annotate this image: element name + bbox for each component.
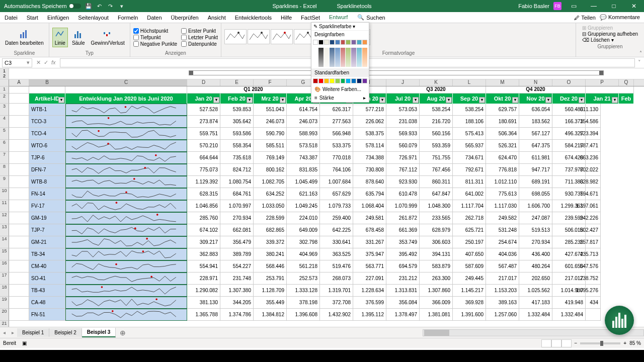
cell-value[interactable]: 802.022 [586, 164, 601, 176]
select-all-corner[interactable] [0, 79, 9, 86]
cell-value[interactable]: 330.641 [320, 236, 353, 248]
cell-value[interactable]: 436.400 [519, 248, 552, 260]
cell-value[interactable]: 231.038 [386, 116, 420, 128]
color-swatch[interactable] [351, 78, 356, 83]
color-swatch[interactable] [313, 40, 318, 45]
cell-value[interactable]: 249.445 [453, 273, 486, 285]
cell-artikel-id[interactable]: TJP-6 [29, 152, 65, 164]
cell-value[interactable]: 860.311 [420, 176, 453, 188]
row-header[interactable]: 17 [0, 273, 9, 285]
cell-value[interactable]: 610.478 [386, 188, 420, 200]
cell-value[interactable]: 767.456 [420, 164, 453, 176]
cell-value[interactable]: 547.576 [586, 260, 601, 273]
cell-value[interactable]: 1.045.499 [287, 176, 320, 188]
cell-value[interactable]: 226.062 [353, 116, 386, 128]
col-header-k[interactable]: K [420, 79, 453, 86]
cell-value[interactable]: 228.599 [254, 212, 287, 224]
cell-value[interactable]: 381.130 [187, 297, 220, 309]
row-header[interactable]: 2 [0, 94, 9, 104]
chk-hoechstpunkt[interactable]: Höchstpunkt [133, 28, 177, 34]
cell[interactable] [9, 297, 29, 309]
color-shade-column[interactable] [318, 48, 324, 67]
cell-value[interactable]: 947.717 [519, 164, 552, 176]
filter-arrow-icon[interactable]: ▾ [280, 97, 286, 103]
cell-value[interactable]: 523.394 [586, 128, 601, 140]
cell-value[interactable]: 923.930 [386, 176, 420, 188]
view-page-layout-icon[interactable] [551, 339, 561, 347]
cell-value[interactable]: 533.375 [320, 140, 353, 152]
type-line-button[interactable]: Linie [52, 28, 68, 47]
cell-value[interactable]: 356.084 [386, 297, 420, 309]
cell-value[interactable]: 642.225 [320, 224, 353, 236]
cell-value[interactable]: 831.835 [287, 164, 320, 176]
cell-value[interactable]: 270.934 [519, 236, 552, 248]
cell-value[interactable]: 664.644 [187, 152, 220, 164]
cell-value[interactable]: 578.114 [353, 140, 386, 152]
cell-value[interactable]: 1.079.733 [320, 200, 353, 212]
sparkline-cell[interactable] [65, 236, 187, 248]
cell-value[interactable]: 751.755 [420, 152, 453, 164]
cell-value[interactable]: 621.163 [287, 188, 320, 200]
row-header[interactable]: 19 [0, 297, 9, 309]
cell-value[interactable]: 792.671 [453, 164, 486, 176]
cell-value[interactable]: 434 [586, 297, 601, 309]
cell-value[interactable]: 273.874 [187, 116, 220, 128]
cell-value[interactable]: 353.749 [386, 236, 420, 248]
sparkline-cell[interactable] [65, 212, 187, 224]
row-header[interactable]: 20 [0, 309, 9, 321]
th-jul20[interactable]: Jul 20▾ [386, 94, 420, 104]
cell-value[interactable]: 376.599 [353, 297, 386, 309]
cell-value[interactable]: 1.395.112 [353, 309, 386, 321]
cancel-formula-icon[interactable]: ✕ [36, 59, 41, 66]
cell-value[interactable]: 1.332.484 [552, 309, 586, 321]
cell-value[interactable]: 1.307.380 [220, 285, 254, 297]
cell-value[interactable]: 227.091 [353, 273, 386, 285]
color-shade-column[interactable] [330, 48, 335, 67]
cell-value[interactable]: 519.476 [320, 260, 353, 273]
cell-value[interactable]: 560.079 [386, 140, 420, 152]
cell-value[interactable]: 1.080.754 [220, 176, 254, 188]
cell-artikel-id[interactable]: CM-40 [29, 260, 65, 273]
cell-value[interactable]: 657.629 [320, 188, 353, 200]
row-header[interactable]: 10 [0, 188, 9, 200]
col-header-a[interactable]: A [9, 79, 29, 86]
cell-value[interactable]: 636.054 [519, 104, 552, 116]
cell-value[interactable]: 743.387 [287, 152, 320, 164]
cell-value[interactable]: 554.227 [220, 260, 254, 273]
color-swatch[interactable] [318, 78, 324, 83]
group-button[interactable]: ⊞Gruppieren [582, 25, 638, 31]
zoom-slider[interactable] [580, 342, 620, 344]
cell-value[interactable]: 588.993 [287, 128, 320, 140]
cell-value[interactable]: 625.721 [453, 224, 486, 236]
style-swatch-3[interactable] [271, 29, 293, 44]
tab-seitenlayout[interactable]: Seitenlayout [73, 12, 113, 23]
cell-artikel-id[interactable]: FN-51 [29, 309, 65, 321]
cell-value[interactable]: 389.163 [486, 297, 519, 309]
cell-value[interactable]: 554.941 [187, 260, 220, 273]
cell-value[interactable]: 538.254 [420, 104, 453, 116]
cell-value[interactable]: 228.971 [187, 273, 220, 285]
cell-value[interactable]: 764.106 [320, 164, 353, 176]
cell-value[interactable]: 569.933 [386, 128, 420, 140]
col-header-e[interactable]: E [220, 79, 254, 86]
cell-value[interactable]: 575.413 [453, 128, 486, 140]
edit-data-button[interactable]: Daten bearbeiten [3, 28, 46, 47]
th-dez20[interactable]: Dez 20▾ [552, 94, 586, 104]
cell-artikel-id[interactable]: TCO-4 [29, 128, 65, 140]
style-swatch-1[interactable] [224, 29, 247, 44]
cell[interactable] [9, 140, 29, 152]
chk-tiefpunkt[interactable]: Tiefpunkt [133, 35, 177, 40]
cell-value[interactable]: 519.513 [519, 224, 552, 236]
cell-value[interactable]: 270.934 [220, 212, 254, 224]
col-header-b[interactable]: B [29, 79, 65, 86]
cell-value[interactable]: 585.511 [254, 140, 287, 152]
cell-value[interactable]: 339.372 [254, 236, 287, 248]
cell-value[interactable]: 355.449 [254, 297, 287, 309]
cell-value[interactable]: 356.479 [220, 236, 254, 248]
cell[interactable] [9, 236, 29, 248]
filter-arrow-icon[interactable]: ▾ [545, 97, 551, 103]
sheet-tab-1[interactable]: Beispiel 1 [17, 328, 49, 337]
color-shade-column[interactable] [346, 48, 351, 67]
type-winloss-button[interactable]: Gewinn/Verlust [89, 28, 126, 47]
cell[interactable] [9, 285, 29, 297]
